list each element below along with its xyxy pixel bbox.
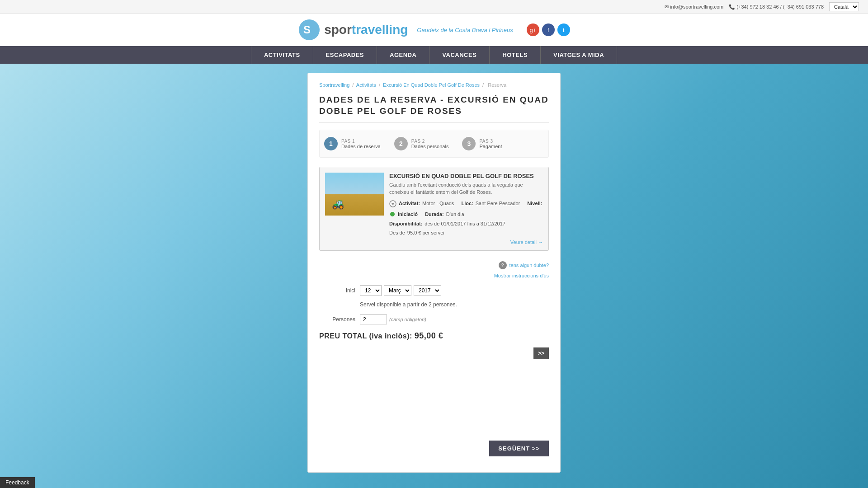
help-link[interactable]: tens algun dubte? [509,263,549,268]
total-price: PREU TOTAL (iva inclòs): 95,00 € [319,331,549,341]
next-arrow-button[interactable]: >> [533,347,549,359]
required-note: (camp obligatori) [389,317,426,322]
logo-sport-text: spor [324,23,352,37]
help-row: ? tens algun dubte? [319,261,549,269]
persones-label: Persones [319,316,355,323]
site-header: S sportravelling Gaudeix de la Costa Bra… [0,14,868,46]
show-instructions-link[interactable]: Mostrar instruccions d'ús [319,273,549,278]
persones-controls: (camp obligatori) [360,314,426,324]
nav-activitats[interactable]: ACTIVITATS [251,46,313,64]
date-row: Inici 12 Març 2017 [319,285,549,296]
persones-input[interactable] [360,314,387,324]
activity-title: EXCURSIÓ EN QUAD DOBLE PEL GOLF DE ROSES [389,173,543,179]
reservation-form-box: Sportravelling / Activitats / Excursió E… [307,73,561,473]
breadcrumb: Sportravelling / Activitats / Excursió E… [319,82,549,88]
main-nav: ACTIVITATS ESCAPADES AGENDA VACANCES HOT… [0,46,868,64]
logo-icon: S [298,19,321,41]
spacer [319,368,549,413]
breadcrumb-activitats[interactable]: Activitats [356,82,376,88]
phone-contact: 📞 (+34) 972 18 32 46 / (+34) 691 033 778 [729,4,824,10]
step-2-number: 2 [394,137,408,150]
tractor-illustration: 🚜 [332,198,344,210]
day-select[interactable]: 12 [360,285,382,296]
activity-details: EXCURSIÓ EN QUAD DOBLE PEL GOLF DE ROSES… [389,173,543,245]
steps-indicator: 1 PAS 1 Dades de reserva 2 PAS 2 Dades p… [319,130,549,158]
facebook-icon[interactable]: f [542,23,555,36]
step-3-desc: Pagament [479,144,502,149]
email-contact: ✉ info@sportravelling.com [665,4,723,10]
bottom-btn-row: SEGÜENT >> [319,432,549,456]
nav-hotels[interactable]: HOTELS [490,46,541,64]
seguent-button[interactable]: SEGÜENT >> [489,441,549,456]
step-2: 2 PAS 2 Dades personals [394,137,449,150]
activity-detail-link[interactable]: Veure detall → [389,239,543,245]
year-select[interactable]: 2017 [414,285,441,296]
google-plus-icon[interactable]: g+ [527,23,539,36]
activity-type-icon [389,200,396,207]
step-3: 3 PAS 3 Pagament [462,137,502,150]
level-indicator [390,212,395,216]
step-3-number: 3 [462,137,476,150]
persones-row: Persones (camp obligatori) [319,314,549,324]
activity-card: 🚜 EXCURSIÓ EN QUAD DOBLE PEL GOLF DE ROS… [319,167,549,251]
breadcrumb-home[interactable]: Sportravelling [319,82,349,88]
step-2-desc: Dades personals [411,144,449,149]
logo[interactable]: S sportravelling [298,19,408,41]
step-1-number: 1 [324,137,338,150]
nav-escapades[interactable]: ESCAPADES [313,46,377,64]
tagline: Gaudeix de la Costa Brava i Pirineus [417,27,513,33]
svg-text:S: S [303,23,311,36]
activity-description: Gaudiu amb l'excitant conducció dels qua… [389,182,543,196]
nav-vacances[interactable]: VACANCES [429,46,490,64]
service-note: Servei disponible a partir de 2 persones… [360,301,549,308]
feedback-tab[interactable]: Feedback [0,477,35,488]
logo-travelling-text: travelling [352,23,408,37]
activity-meta: Activitat: Motor - Quads Lloc: Sant Pere… [389,199,543,237]
main-content: Sportravelling / Activitats / Excursió E… [0,64,868,488]
breadcrumb-activity[interactable]: Excursió En Quad Doble Pel Golf De Roses [383,82,480,88]
breadcrumb-current: Reserva [488,82,506,88]
step-2-label: PAS 2 [411,139,449,144]
month-select[interactable]: Març [384,285,411,296]
step-1-desc: Dades de reserva [341,144,381,149]
nav-viatges[interactable]: VIATGES A MIDA [541,46,617,64]
page-title: DADES DE LA RESERVA - EXCURSIÓ EN QUAD D… [319,94,549,123]
date-controls: 12 Març 2017 [360,285,441,296]
step-1: 1 PAS 1 Dades de reserva [324,137,381,150]
next-btn-row: >> [319,347,549,359]
activity-image: 🚜 [325,173,384,216]
help-icon[interactable]: ? [499,261,507,269]
step-3-label: PAS 3 [479,139,502,144]
inici-label: Inici [319,287,355,294]
twitter-icon[interactable]: t [557,23,570,36]
language-selector[interactable]: Català [829,2,859,11]
top-bar: ✉ info@sportravelling.com 📞 (+34) 972 18… [0,0,868,14]
nav-agenda[interactable]: AGENDA [377,46,429,64]
step-1-label: PAS 1 [341,139,381,144]
reservation-form: ? tens algun dubte? Mostrar instruccions… [319,259,549,459]
